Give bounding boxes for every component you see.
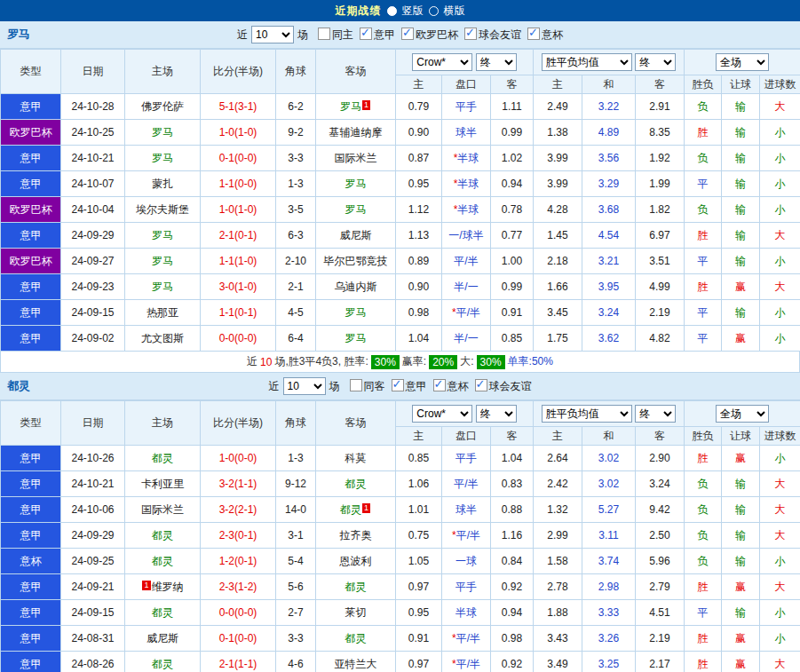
- avg-away: 9.42: [636, 497, 685, 523]
- league-type: 意甲: [1, 94, 61, 120]
- filter-checkbox[interactable]: [350, 379, 362, 391]
- col-header-home: 主场: [125, 50, 201, 94]
- odds-away: 0.92: [491, 574, 534, 600]
- match-score: 0-0(0-0): [201, 326, 276, 352]
- near-label: 近: [237, 28, 248, 43]
- result-handicap: 输: [722, 249, 760, 274]
- filter-checkbox[interactable]: [360, 28, 372, 40]
- filter-checkbox-label[interactable]: 欧罗巴杯: [416, 28, 458, 41]
- layout-vertical-radio[interactable]: [387, 6, 397, 16]
- col-header-date: 日期: [61, 401, 125, 446]
- result-handicap: 赢: [722, 326, 760, 352]
- filter-checkbox-label[interactable]: 同客: [364, 380, 385, 392]
- result-goals: 小: [760, 549, 800, 574]
- filter-checkbox-label[interactable]: 意杯: [542, 28, 563, 41]
- roma-summary: 近10场,胜3平4负3, 胜率: 30% 赢率: 20% 大: 30% 单率:5…: [0, 352, 800, 373]
- avg-draw: 4.89: [582, 120, 636, 146]
- recent-count-select[interactable]: 10: [251, 26, 294, 43]
- odds-away: 0.84: [491, 549, 534, 574]
- match-row: 意甲24-10-07蒙扎1-1(0-0)1-3罗马0.95*半球0.943.99…: [1, 171, 800, 197]
- avg-draw: 2.98: [582, 574, 636, 600]
- col-header-corner: 角球: [276, 50, 316, 94]
- filter-checkbox[interactable]: [464, 28, 477, 40]
- odds-home: 0.90: [396, 274, 442, 300]
- filter-checkbox-label[interactable]: 球会友谊: [479, 28, 521, 41]
- match-date: 24-10-21: [61, 471, 125, 497]
- handicap-star: *: [454, 203, 458, 216]
- avg-away: 2.19: [636, 300, 685, 326]
- layout-horizontal-label[interactable]: 横版: [444, 4, 465, 19]
- avg-away: 2.91: [636, 94, 685, 120]
- avg-home: 2.78: [534, 574, 582, 600]
- team-label: 罗马: [152, 126, 173, 138]
- filter-checkbox-label[interactable]: 意甲: [406, 380, 427, 392]
- filter-checkbox-label[interactable]: 球会友谊: [489, 380, 532, 392]
- match-score: 3-2(2-1): [201, 497, 276, 523]
- layout-vertical-label[interactable]: 竖版: [402, 4, 424, 19]
- league-type: 意甲: [1, 223, 61, 249]
- filter-checkbox[interactable]: [318, 28, 330, 40]
- home-team: 热那亚: [125, 300, 201, 326]
- recent-count-select[interactable]: 10: [283, 377, 326, 395]
- odds-company-select[interactable]: Crow*: [412, 53, 472, 71]
- filter-checkbox[interactable]: [401, 28, 414, 40]
- away-team: 莱切: [316, 600, 396, 626]
- avg-select[interactable]: 胜平负均值: [542, 53, 632, 71]
- team-label: 尤文图斯: [141, 332, 184, 344]
- team-label: 都灵: [345, 478, 367, 490]
- odds-home: 0.97: [396, 574, 442, 600]
- filter-checkbox[interactable]: [392, 379, 404, 391]
- away-team: 都灵1: [316, 497, 396, 523]
- result-handicap: 赢: [722, 652, 760, 672]
- odds-handicap: 平手: [442, 574, 491, 600]
- col-header-type: 类型: [1, 401, 61, 446]
- avg-draw: 3.11: [582, 523, 636, 549]
- avg-home: 3.99: [534, 171, 582, 197]
- avg-group-header: 胜平负均值 终: [534, 50, 685, 75]
- result-goals: 小: [760, 446, 800, 471]
- filter-checkbox-label[interactable]: 意甲: [374, 28, 395, 41]
- avg-away: 8.35: [636, 120, 685, 146]
- matches-table-roma: 类型 日期 主场 比分(半场) 角球 客场 Crow* 终 胜平负均值 终 全场…: [0, 49, 800, 352]
- avg-select[interactable]: 胜平负均值: [542, 405, 632, 423]
- odds-final-select[interactable]: 终: [476, 405, 517, 423]
- odds-company-select[interactable]: Crow*: [412, 405, 472, 423]
- corner-score: 3-3: [276, 626, 316, 652]
- result-goals: 小: [760, 300, 800, 326]
- summary-text: 场,胜3平4负3, 胜率:: [274, 354, 368, 369]
- result-handicap: 输: [722, 120, 760, 146]
- filter-checkbox-label[interactable]: 同主: [332, 28, 353, 41]
- col-header-corner: 角球: [276, 401, 316, 446]
- avg-home: 3.49: [534, 652, 582, 672]
- odds-away: 0.98: [491, 626, 534, 652]
- filter-checkbox[interactable]: [475, 379, 487, 391]
- fullmatch-group-header: 全场: [685, 50, 800, 75]
- filter-checkbox-label[interactable]: 意杯: [448, 380, 469, 392]
- odds-final-select[interactable]: 终: [476, 53, 517, 71]
- fullmatch-select[interactable]: 全场: [716, 405, 769, 423]
- games-label: 场: [329, 379, 340, 394]
- odds-home: 0.87: [396, 146, 442, 171]
- avg-final-select[interactable]: 终: [635, 53, 676, 71]
- league-type: 欧罗巴杯: [1, 249, 61, 274]
- team-label: 罗马: [152, 229, 173, 241]
- odds-away: 1.11: [491, 94, 534, 120]
- odds-handicap: *平/半: [442, 523, 491, 549]
- corner-score: 2-1: [276, 274, 316, 300]
- result-goals: 大: [760, 471, 800, 497]
- layout-horizontal-radio[interactable]: [429, 6, 439, 16]
- page-title: 近期战绩: [336, 4, 382, 19]
- result-handicap: 输: [722, 497, 760, 523]
- subheader-handicap: 盘口: [442, 75, 491, 94]
- avg-home: 1.32: [534, 497, 582, 523]
- filter-checkbox[interactable]: [433, 379, 446, 391]
- avg-final-select[interactable]: 终: [635, 405, 676, 423]
- result-goals: 大: [760, 274, 800, 300]
- filter-checkbox[interactable]: [527, 28, 540, 40]
- match-score: 1-0(1-0): [201, 197, 276, 223]
- odds-handicap: *半球: [442, 146, 491, 171]
- match-date: 24-09-15: [61, 300, 125, 326]
- team-label: 罗马: [152, 152, 173, 164]
- fullmatch-select[interactable]: 全场: [716, 53, 769, 71]
- odds-home: 1.12: [396, 197, 442, 223]
